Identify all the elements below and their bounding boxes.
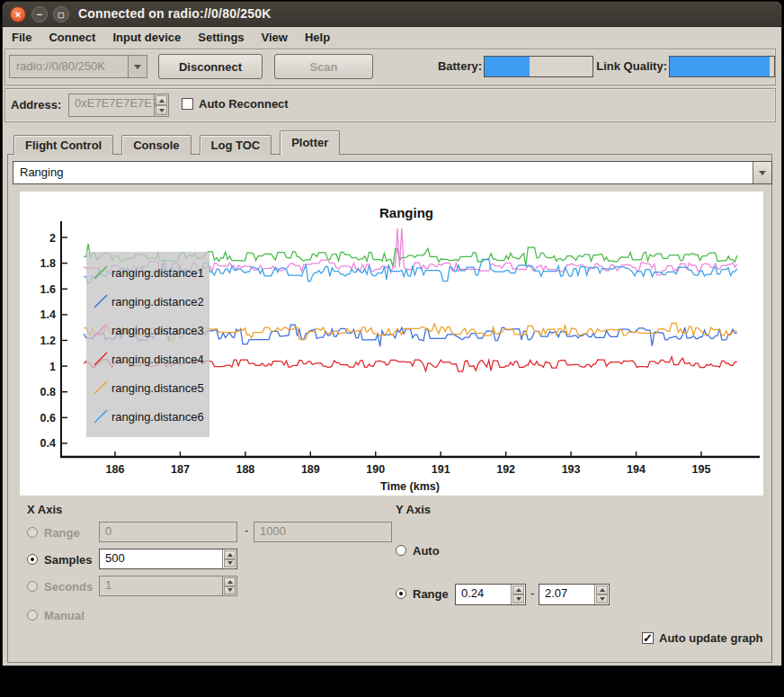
chevron-down-icon[interactable] (753, 162, 771, 183)
x-samples-spin-buttons[interactable] (222, 550, 236, 568)
x-seconds-spin-buttons[interactable] (222, 576, 236, 595)
x-manual-radio[interactable] (27, 610, 38, 621)
svg-text:195: 195 (692, 463, 711, 476)
disconnect-button[interactable]: Disconnect (158, 54, 263, 79)
legend-item: ranging.distance4 (86, 344, 209, 373)
battery-bar (484, 56, 593, 77)
svg-text:1.8: 1.8 (40, 257, 56, 270)
legend-line-icon (92, 379, 110, 397)
spin-up-icon (596, 585, 608, 594)
y-range-from-spinbox[interactable]: 0.24 (455, 584, 526, 605)
legend-item: ranging.distance1 (86, 258, 209, 287)
legend-line-icon (92, 264, 110, 281)
spin-up-icon (224, 550, 236, 559)
window-title: Connected on radio://0/80/250K (78, 6, 272, 21)
minimize-icon[interactable]: − (31, 6, 48, 22)
y-range-from-value: 0.24 (461, 586, 484, 600)
tab-bar: Flight Control Console Log TOC Plotter (13, 130, 348, 155)
auto-reconnect-label: Auto Reconnect (199, 97, 289, 111)
y-range-dash: - (530, 586, 534, 600)
x-samples-value: 500 (105, 551, 125, 565)
legend-item: ranging.distance6 (86, 402, 209, 431)
svg-text:189: 189 (301, 463, 320, 476)
x-range-radio[interactable] (27, 527, 38, 538)
svg-text:2: 2 (49, 232, 56, 245)
legend-label: ranging.distance3 (111, 324, 204, 337)
x-range-label: Range (44, 526, 80, 540)
y-auto-radio[interactable] (396, 545, 406, 556)
address-spin-buttons[interactable] (154, 94, 168, 116)
tab-flight-control[interactable]: Flight Control (13, 135, 113, 155)
title-bar[interactable]: × − ▢ Connected on radio://0/80/250K (3, 2, 781, 27)
legend-label: ranging.distance1 (111, 266, 204, 280)
x-seconds-label: Seconds (44, 580, 93, 594)
svg-text:191: 191 (432, 463, 450, 476)
y-auto-label: Auto (413, 544, 440, 558)
x-seconds-value: 1 (105, 578, 111, 592)
plot-select[interactable]: Ranging (13, 161, 772, 184)
svg-text:1.4: 1.4 (40, 308, 56, 321)
svg-text:194: 194 (627, 463, 646, 476)
address-spinbox[interactable]: 0xE7E7E7E7E7 (68, 94, 169, 117)
menu-help[interactable]: Help (303, 29, 338, 46)
address-label: Address: (11, 98, 61, 112)
svg-text:1: 1 (49, 361, 56, 373)
auto-update-checkbox[interactable] (642, 632, 654, 644)
tab-plotter[interactable]: Plotter (280, 130, 340, 155)
menu-file[interactable]: File (10, 29, 40, 46)
svg-text:Time (kms): Time (kms) (380, 480, 440, 493)
x-range-from-field[interactable]: 0 (99, 522, 237, 542)
legend-item: ranging.distance2 (86, 287, 209, 316)
x-seconds-spinbox[interactable]: 1 (99, 576, 237, 596)
y-range-radio[interactable] (396, 588, 406, 599)
menu-view[interactable]: View (260, 29, 296, 46)
legend-item: ranging.distance5 (86, 373, 209, 402)
tab-console[interactable]: Console (121, 135, 191, 155)
legend-label: ranging.distance6 (111, 410, 204, 424)
menu-input-device[interactable]: Input device (111, 29, 189, 46)
battery-bar-fill (485, 57, 530, 76)
auto-reconnect-checkbox[interactable] (182, 98, 193, 110)
interface-select[interactable]: radio://0/80/250K (9, 55, 147, 78)
x-samples-label: Samples (44, 553, 92, 567)
svg-text:192: 192 (496, 463, 515, 476)
legend-line-icon (92, 350, 110, 368)
svg-text:1.2: 1.2 (40, 335, 56, 347)
app-window: × − ▢ Connected on radio://0/80/250K Fil… (3, 2, 781, 666)
plot-legend[interactable]: ranging.distance1ranging.distance2rangin… (86, 252, 209, 437)
svg-text:0.6: 0.6 (40, 412, 56, 424)
tab-log-toc[interactable]: Log TOC (200, 135, 272, 155)
x-axis-title: X Axis (27, 503, 62, 516)
link-quality-bar-fill (670, 57, 770, 76)
legend-line-icon (92, 292, 110, 310)
spin-down-icon (512, 594, 524, 603)
y-axis-title: Y Axis (396, 503, 431, 516)
address-frame: Address: 0xE7E7E7E7E7 Auto Reconnect (4, 88, 776, 122)
x-range-to-field[interactable]: 1000 (254, 522, 392, 542)
legend-label: ranging.distance2 (111, 295, 204, 308)
scan-button[interactable]: Scan (274, 54, 373, 79)
y-range-from-spin-buttons[interactable] (511, 585, 525, 604)
maximize-icon[interactable]: ▢ (53, 6, 69, 22)
svg-text:1.6: 1.6 (40, 283, 56, 296)
spin-up-icon (156, 95, 167, 105)
legend-item: ranging.distance3 (86, 316, 209, 344)
y-range-to-spinbox[interactable]: 2.07 (539, 584, 610, 605)
svg-text:Ranging: Ranging (379, 205, 433, 220)
chevron-down-icon[interactable] (128, 56, 147, 77)
close-icon[interactable]: × (10, 6, 26, 22)
y-range-to-spin-buttons[interactable] (594, 585, 609, 604)
x-seconds-radio[interactable] (27, 581, 38, 592)
spin-down-icon (224, 586, 236, 595)
legend-line-icon (92, 407, 110, 425)
menu-connect[interactable]: Connect (47, 29, 103, 46)
svg-text:188: 188 (236, 463, 254, 476)
spin-down-icon (156, 105, 167, 115)
svg-text:0.8: 0.8 (40, 386, 56, 398)
menu-settings[interactable]: Settings (196, 29, 252, 46)
svg-text:0.4: 0.4 (40, 437, 56, 450)
x-samples-radio[interactable] (27, 554, 38, 565)
x-samples-spinbox[interactable]: 500 (99, 549, 237, 569)
plot-canvas[interactable]: Ranging21.81.61.41.210.80.60.41861871881… (20, 192, 763, 496)
menu-bar: File Connect Input device Settings View … (3, 27, 781, 48)
